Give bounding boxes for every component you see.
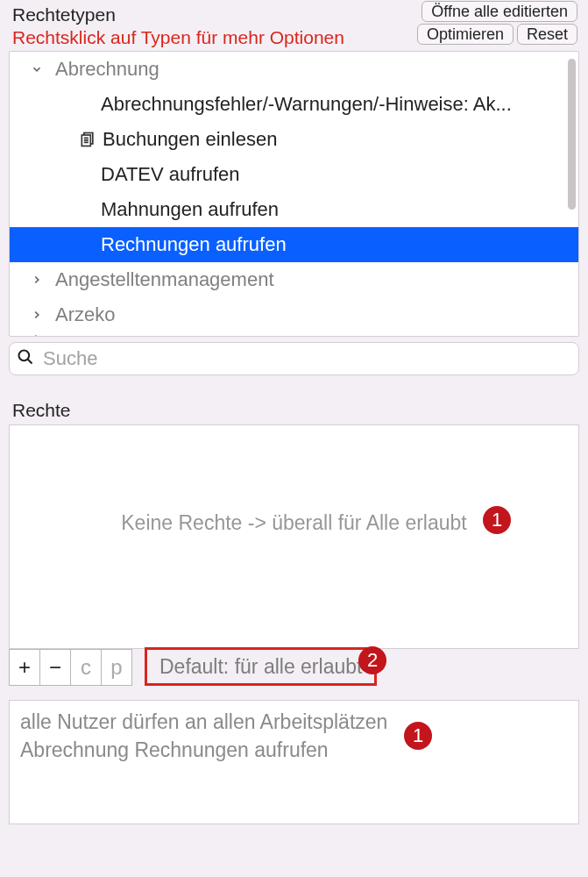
paste-button[interactable]: p [101,649,132,686]
chevron-right-icon [29,274,45,286]
rights-toolbar: + − c p Default: für alle erlaubt [9,649,579,686]
search-input-wrap[interactable] [9,342,579,375]
tree-group-angestelltenmanagement[interactable]: Angestelltenmanagement [10,262,578,297]
tree-group-label: Aufgaben [55,332,138,337]
tree-item-label: Mahnungen aufrufen [101,198,279,221]
header: Rechtetypen Rechtsklick auf Typen für me… [0,0,588,49]
tree-group-abrechnung[interactable]: Abrechnung [10,52,578,87]
permission-description: alle Nutzer dürfen an allen Arbeitsplätz… [9,700,579,824]
add-button[interactable]: + [9,649,40,686]
optimize-button[interactable]: Optimieren [417,24,514,45]
tree-group-aufgaben[interactable]: Aufgaben [10,332,578,337]
annotation-badge-1: 1 [483,506,511,534]
tree-item-mahnungen-aufrufen[interactable]: Mahnungen aufrufen [10,192,578,227]
tree-group-arzeko[interactable]: Arzeko [10,297,578,332]
tree-item-label: Rechnungen aufrufen [101,233,287,256]
rights-list[interactable]: Keine Rechte -> überall für Alle erlaubt [9,424,579,649]
chevron-down-icon [29,63,45,75]
header-buttons: Öffne alle editierten Optimieren Reset [417,1,577,45]
svg-point-5 [19,350,30,360]
remove-button[interactable]: − [39,649,71,686]
svg-line-6 [28,359,32,363]
annotation-badge-1b: 1 [404,722,432,750]
tree-item-rechnungen-aufrufen[interactable]: Rechnungen aufrufen [10,227,578,262]
search-input[interactable] [41,346,571,371]
default-permission-box: Default: für alle erlaubt [145,647,377,686]
tree-item-label: Abrechnungsfehler/-Warnungen/-Hinweise: … [101,93,512,116]
default-permission-text: Default: für alle erlaubt [159,655,362,679]
tree-item-buchungen-einlesen[interactable]: Buchungen einlesen [10,122,578,157]
permission-type-tree[interactable]: Abrechnung Abrechnungsfehler/-Warnungen/… [9,51,579,337]
tree-item-datev-aufrufen[interactable]: DATEV aufrufen [10,157,578,192]
tree-group-label: Arzeko [55,303,115,326]
tree-group-label: Abrechnung [55,58,159,81]
permission-description-line1: alle Nutzer dürfen an allen Arbeitsplätz… [20,708,568,736]
tree-item-abrechnungsfehler[interactable]: Abrechnungsfehler/-Warnungen/-Hinweise: … [10,87,578,122]
reset-button[interactable]: Reset [517,24,577,45]
open-all-edited-button[interactable]: Öffne alle editierten [422,1,577,22]
tree-group-label: Angestelltenmanagement [55,268,274,291]
document-icon [76,131,99,148]
copy-button[interactable]: c [70,649,102,686]
chevron-right-icon [29,332,45,337]
scrollbar-thumb[interactable] [568,59,576,210]
tree-item-label: DATEV aufrufen [101,163,240,186]
chevron-right-icon [29,309,45,321]
annotation-badge-2: 2 [358,646,386,674]
tree-item-label: Buchungen einlesen [103,128,277,151]
rights-section-label: Rechte [12,400,588,421]
permission-description-line2: Abrechnung Rechnungen aufrufen [20,736,568,764]
search-icon [17,348,34,370]
